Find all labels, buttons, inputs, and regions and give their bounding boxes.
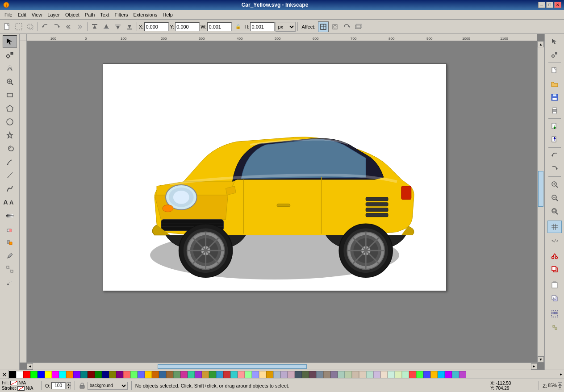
gradient-tool-button[interactable] xyxy=(3,209,17,222)
connector-tool-button[interactable] xyxy=(3,263,17,275)
select-all-button[interactable] xyxy=(13,21,24,32)
color-swatch[interactable] xyxy=(238,371,245,378)
rt-zoom-in-button[interactable] xyxy=(547,178,562,191)
polygon-tool-button[interactable] xyxy=(3,102,17,115)
rt-zoom-fit-button[interactable] xyxy=(547,205,562,217)
color-swatch[interactable] xyxy=(9,371,16,378)
color-swatch[interactable] xyxy=(23,371,30,378)
color-swatch[interactable] xyxy=(330,371,338,378)
color-swatch[interactable] xyxy=(216,371,223,378)
x-input[interactable] xyxy=(144,22,169,31)
color-swatch[interactable] xyxy=(102,371,109,378)
color-swatch[interactable] xyxy=(180,371,188,378)
color-swatch[interactable] xyxy=(366,371,373,378)
color-swatch[interactable] xyxy=(52,371,59,378)
rt-import-button[interactable] xyxy=(547,120,562,133)
menu-item-text[interactable]: Text xyxy=(97,11,112,18)
color-swatch[interactable] xyxy=(430,371,438,378)
color-swatch[interactable] xyxy=(16,371,23,378)
color-swatch[interactable] xyxy=(130,371,138,378)
color-swatch[interactable] xyxy=(273,371,280,378)
rt-paste-button[interactable] xyxy=(547,279,562,291)
menu-item-extensions[interactable]: Extensions xyxy=(130,11,160,18)
color-swatch[interactable] xyxy=(202,371,209,378)
horizontal-scrollbar[interactable]: ◄ ► xyxy=(27,363,537,370)
rt-new-button[interactable] xyxy=(547,64,562,77)
menu-item-path[interactable]: Path xyxy=(82,11,98,18)
rt-duplicate-button[interactable] xyxy=(547,292,562,304)
color-swatch[interactable] xyxy=(309,371,316,378)
zoom-stepper[interactable]: ▲ ▼ xyxy=(558,382,562,389)
rt-save-button[interactable] xyxy=(547,91,562,104)
lower-button[interactable] xyxy=(113,21,123,32)
color-swatch[interactable] xyxy=(145,371,152,378)
rt-cut-button[interactable] xyxy=(547,250,562,262)
undo-button[interactable] xyxy=(40,21,50,32)
color-swatch[interactable] xyxy=(30,371,38,378)
color-swatch[interactable] xyxy=(45,371,52,378)
affect-rotate-button[interactable] xyxy=(341,21,352,32)
color-swatch[interactable] xyxy=(159,371,166,378)
color-swatch[interactable] xyxy=(138,371,145,378)
affect-skew-button[interactable] xyxy=(353,21,363,32)
raise-top-button[interactable] xyxy=(89,21,100,32)
color-swatch[interactable] xyxy=(209,371,216,378)
color-swatch[interactable] xyxy=(223,371,230,378)
layer-select[interactable]: background xyxy=(88,382,128,390)
rt-undo-button[interactable] xyxy=(547,149,562,162)
color-swatch[interactable] xyxy=(402,371,409,378)
zoom-next-button[interactable] xyxy=(75,21,85,32)
color-swatch[interactable] xyxy=(388,371,395,378)
color-swatch[interactable] xyxy=(109,371,116,378)
rt-export-button[interactable] xyxy=(547,133,562,146)
lock-aspect-button[interactable]: 🔒 xyxy=(233,21,243,32)
rt-print-button[interactable] xyxy=(547,104,562,117)
color-swatch[interactable] xyxy=(445,371,452,378)
tweak-tool-button[interactable] xyxy=(3,62,17,75)
color-swatch[interactable] xyxy=(188,371,195,378)
w-input[interactable] xyxy=(207,22,232,31)
rt-node-button[interactable] xyxy=(547,49,562,61)
color-swatch[interactable] xyxy=(288,371,295,378)
color-swatch[interactable] xyxy=(359,371,366,378)
color-swatch[interactable] xyxy=(438,371,445,378)
rt-xml-button[interactable]: </> xyxy=(547,234,562,246)
text-tool-button[interactable]: A A xyxy=(3,196,17,209)
rect-tool-button[interactable] xyxy=(3,89,17,101)
remove-color-button[interactable]: ✕ xyxy=(0,370,9,379)
color-swatch[interactable] xyxy=(416,371,423,378)
color-swatch[interactable] xyxy=(252,371,259,378)
bucket-tool-button[interactable] xyxy=(3,236,17,249)
rt-group-button[interactable] xyxy=(547,308,562,320)
color-swatch[interactable] xyxy=(395,371,402,378)
rt-zoom-out-button[interactable] xyxy=(547,192,562,204)
color-swatch[interactable] xyxy=(152,371,159,378)
opacity-down[interactable]: ▼ xyxy=(67,386,71,389)
color-swatch[interactable] xyxy=(266,371,273,378)
rt-grid-button[interactable] xyxy=(547,221,562,233)
star-tool-button[interactable] xyxy=(3,129,17,142)
menu-item-edit[interactable]: Edit xyxy=(15,11,29,18)
affect-scale-button[interactable] xyxy=(330,21,340,32)
color-swatch[interactable] xyxy=(280,371,288,378)
color-swatch[interactable] xyxy=(380,371,388,378)
rt-select-button[interactable] xyxy=(547,35,562,48)
color-swatch[interactable] xyxy=(423,371,430,378)
color-swatch[interactable] xyxy=(166,371,173,378)
menu-item-view[interactable]: View xyxy=(29,11,45,18)
color-swatch[interactable] xyxy=(38,371,45,378)
color-swatch[interactable] xyxy=(59,371,66,378)
menu-item-filters[interactable]: Filters xyxy=(112,11,131,18)
zoom-up[interactable]: ▲ xyxy=(558,382,562,386)
close-button[interactable]: ✕ xyxy=(554,2,561,8)
color-swatch[interactable] xyxy=(345,371,352,378)
pen-tool-button[interactable] xyxy=(3,169,17,182)
color-swatch[interactable] xyxy=(295,371,302,378)
canvas-area[interactable]: -100 0 100 200 300 400 500 600 700 800 9… xyxy=(20,34,544,370)
color-swatch[interactable] xyxy=(302,371,309,378)
maximize-button[interactable]: □ xyxy=(546,2,553,8)
opacity-stepper[interactable]: ▲ ▼ xyxy=(67,382,71,389)
opacity-input[interactable] xyxy=(51,382,66,389)
rt-redo-button[interactable] xyxy=(547,163,562,175)
zoom-tool-button[interactable] xyxy=(3,75,17,88)
